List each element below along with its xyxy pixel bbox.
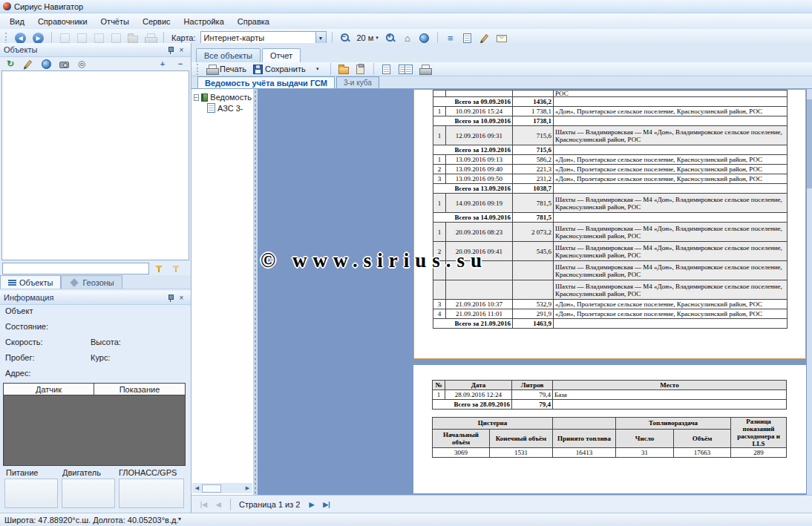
prev-page-button[interactable]: ◀ [212,498,225,510]
toolbar-grip[interactable] [5,33,8,44]
tree-node-azs[interactable]: АЗС 3- [207,103,252,113]
report-cell: 4 [433,309,446,319]
report-data-row: 113.09.2016 09:13586,2«Дон», Пролетарско… [433,155,788,165]
report-cell: 715,6 [513,145,554,155]
next-page-button[interactable]: ▶ [305,498,318,510]
report-data-row: 110.09.2016 15:241 738,1«Дон», Пролетарс… [433,107,788,116]
speed-label: Скорость: [5,338,43,346]
remove-button[interactable]: − [173,56,188,71]
page-setup-button[interactable] [417,62,433,76]
report-cell [554,145,788,155]
report-cell: 1038,7 [513,184,554,194]
report-cell: 21.09.2016 11:01 [446,309,513,319]
print-button[interactable]: Печать [204,62,249,76]
status-dropdown-icon[interactable]: ▾ [178,516,181,522]
report-viewer[interactable]: РОСВсего за 09.09.20161436,2110.09.2016 … [258,89,807,495]
report-page-2: № Дата Литров Место 1 28.09.2016 12:24 7… [413,365,806,493]
clipboard-icon [356,65,364,74]
object-label: Объект [5,306,33,315]
tab-objects-label: Объекты [19,278,53,287]
pin-button[interactable] [165,292,176,303]
page-single-button[interactable] [379,62,394,76]
pin-button[interactable] [165,45,176,55]
info-panel-body: Объект Состояние: Скорость: Высота: Проб… [0,304,191,383]
forward-icon: ▶ [33,33,44,44]
header-cell: Объём [674,429,731,447]
camera-icon [59,62,69,68]
viewer-vertical-scrollbar[interactable] [807,89,812,495]
tab-objects[interactable]: Объекты [0,275,61,289]
report-cell [433,91,446,97]
report-total-row: Всего за 14.09.2016781,5 [433,213,788,223]
filter-button[interactable] [151,261,166,276]
follow-object-button[interactable]: ↻ [3,56,18,71]
scrollbar-thumb[interactable] [202,484,221,493]
zoom-in-icon: + [385,33,396,43]
report-cell: 1436,2 [513,97,554,107]
sensor-column-header[interactable]: Датчик [4,384,94,395]
sensor-table-body[interactable] [4,395,185,465]
sensor-value-column-header[interactable]: Показание [94,384,185,395]
photo-button[interactable] [56,56,71,71]
tab-report[interactable]: Отчет [262,48,301,62]
close-info-button[interactable]: × [176,292,187,303]
toolbar-grip[interactable] [197,64,200,75]
expander-icon[interactable]: − [194,94,199,101]
tab-vedomost-gsm[interactable]: Ведомость учёта выдачи ГСМ [197,76,335,88]
object-search-row [0,262,191,275]
state-label: Состояние: [5,322,48,331]
save-button[interactable]: Сохранить [251,62,308,76]
tab-geozones[interactable]: Геозоны [61,275,122,289]
export-button[interactable] [336,62,351,76]
tab-all-objects[interactable]: Все объекты [196,48,261,62]
scroll-right-icon[interactable]: ▶ [243,484,252,493]
report-cell: Всего за 09.09.2016 [433,97,513,107]
add-button[interactable]: + [155,56,170,71]
target-button[interactable]: ◎ [74,56,89,71]
show-on-map-button[interactable] [39,56,53,71]
close-objects-button[interactable]: × [176,45,187,55]
report-total-row: Всего за 12.09.2016715,6 [433,145,788,155]
page-double-button[interactable] [396,62,415,76]
copy-button[interactable] [353,62,368,76]
edit-object-button[interactable] [21,56,36,71]
power-indicator-label: Питание [6,468,38,477]
scroll-left-icon[interactable]: ◀ [192,484,202,493]
menu-directories[interactable]: Справочники [31,15,94,28]
tree-horizontal-scrollbar[interactable]: ◀ ▶ [192,483,252,493]
menu-reports[interactable]: Отчёты [94,15,136,28]
object-search-input[interactable] [2,263,149,274]
tree-node-vedomost[interactable]: − Ведомость [194,93,252,102]
sensor-table-header: Датчик Показание [4,384,185,395]
report-page-1: РОСВсего за 09.09.20161436,2110.09.2016 … [413,89,806,359]
save-options-button[interactable]: ▾ [310,62,325,76]
objects-tree[interactable] [1,70,189,260]
menu-view[interactable]: Вид [3,15,31,28]
report-total-row: Всего за 28.09.2016 79,4 [433,400,787,410]
first-page-button[interactable]: |◀ [197,498,210,510]
difference-header: Разница показаний расходомера и LLS [731,418,787,448]
report-total-row: Всего за 10.09.20161738,1 [433,116,788,126]
pagination-separator [230,499,231,510]
report-cell: Шахты — Владимировская — М4 «Дон», Влади… [554,261,788,280]
menu-help[interactable]: Справка [231,15,276,28]
report-tree-panel: − Ведомость АЗС 3- ◀ ▶ [191,89,253,495]
report-cell: 1 [433,107,446,116]
map-select-dropdown-icon[interactable]: ▼ [315,32,326,44]
report-cell: 21.09.2016 10:37 [446,300,513,309]
report-data-row: 313.09.2016 09:50231,2«Дон», Пролетарско… [433,174,788,184]
mileage-label: Пробег: [5,353,35,362]
scrollbar-thumb[interactable] [807,99,812,188]
last-page-button[interactable]: ▶| [320,498,333,510]
menu-service[interactable]: Сервис [136,15,177,28]
menu-settings[interactable]: Настройка [177,15,231,28]
cistern-summary-table: Цистерна Топливораздача Разница показани… [432,417,787,458]
status-bar: Широта: 47.88920°с.ш. Долгота: 40.05203°… [0,513,812,526]
pagination-bar: |◀ ◀ Страница 1 из 2 ▶ ▶| [191,495,812,513]
toolbar-separator [163,32,164,44]
tab-3-kuba[interactable]: 3-и куба [336,76,379,88]
first-page-icon: |◀ [200,501,207,508]
clear-filter-button[interactable] [168,261,183,276]
filter-icon [154,264,164,274]
dispense-group-header: Топливораздача [616,418,731,430]
